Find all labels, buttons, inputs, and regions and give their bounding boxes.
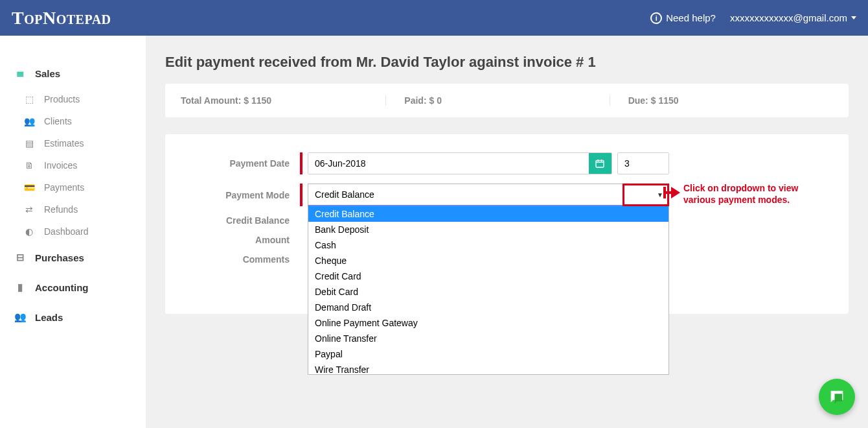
credit-balance-label: Credit Balance [183, 215, 300, 226]
calendar-icon [595, 158, 605, 169]
sidebar-item-leads[interactable]: 👥Leads [0, 302, 146, 332]
sidebar-item-label: Payments [44, 182, 84, 193]
payment-mode-option[interactable]: Credit Balance [308, 206, 668, 222]
payment-mode-select[interactable]: Credit Balance ▼ Credit BalanceBank Depo… [308, 184, 669, 206]
sidebar-item-clients[interactable]: 👥Clients [0, 110, 146, 132]
payment-mode-option[interactable]: Credit Card [308, 268, 668, 284]
payment-mode-option[interactable]: Debit Card [308, 284, 668, 300]
payment-date-label: Payment Date [183, 158, 300, 169]
payment-mode-label: Payment Mode [183, 190, 300, 200]
payment-mode-option[interactable]: Online Payment Gateway [308, 315, 668, 331]
people-icon: 👥 [14, 311, 26, 323]
sidebar-item-invoices[interactable]: 🗎Invoices [0, 154, 146, 176]
swap-icon: ⇄ [23, 204, 35, 215]
layers-icon: ≣ [14, 67, 26, 79]
sidebar: ≣Sales⬚Products👥Clients▤Estimates🗎Invoic… [0, 36, 146, 428]
payment-mode-option[interactable]: Paypal [308, 346, 668, 362]
sidebar-item-dashboard[interactable]: ◐Dashboard [0, 220, 146, 243]
chevron-down-icon [851, 16, 856, 19]
sidebar-item-label: Dashboard [44, 226, 89, 237]
chat-icon [828, 388, 846, 406]
total-amount-label: Total Amount: [181, 95, 241, 106]
due-label: Due: [628, 95, 648, 106]
sidebar-item-label: Refunds [44, 204, 78, 215]
payment-mode-option[interactable]: Wire Transfer [308, 362, 668, 375]
payment-mode-option[interactable]: Demand Draft [308, 300, 668, 315]
sidebar-item-label: Leads [35, 312, 63, 323]
box-icon: ⬚ [23, 94, 35, 104]
annotation-arrow [663, 187, 680, 198]
comments-label: Comments [183, 254, 300, 265]
payment-mode-selected-text: Credit Balance [315, 189, 374, 200]
sidebar-item-label: Accounting [35, 282, 89, 293]
sidebar-item-estimates[interactable]: ▤Estimates [0, 132, 146, 154]
page-title: Edit payment received from Mr. David Tay… [165, 54, 849, 71]
user-menu[interactable]: xxxxxxxxxxxxx@gmail.com [730, 12, 856, 23]
summary-due: Due: $ 1150 [610, 95, 833, 106]
summary-total: Total Amount: $ 1150 [181, 95, 385, 106]
total-amount-value: $ 1150 [244, 95, 271, 106]
annotation-line1: Click on dropdown to view [683, 182, 798, 194]
payment-mode-option[interactable]: Online Transfer [308, 331, 668, 346]
aux-input-wrap [617, 152, 669, 174]
payment-form: Payment Date Payment Mode [165, 134, 849, 314]
user-email: xxxxxxxxxxxxx@gmail.com [730, 12, 847, 23]
sidebar-item-refunds[interactable]: ⇄Refunds [0, 198, 146, 220]
payment-mode-option[interactable]: Cheque [308, 253, 668, 268]
sidebar-item-label: Products [44, 94, 80, 104]
required-marker [300, 152, 303, 174]
required-marker [300, 184, 303, 206]
summary-card: Total Amount: $ 1150 Paid: $ 0 Due: $ 11… [165, 84, 849, 117]
help-icon: i [650, 12, 662, 24]
users-icon: 👥 [23, 116, 35, 126]
sidebar-item-label: Purchases [35, 252, 84, 263]
sidebar-item-label: Clients [44, 116, 72, 126]
annotation-line2: various payment modes. [683, 194, 798, 206]
help-label: Need help? [666, 12, 716, 23]
sidebar-item-purchases[interactable]: ⊟Purchases [0, 243, 146, 272]
minus-icon: ⊟ [14, 252, 26, 263]
svg-rect-0 [596, 160, 604, 167]
annotation-text: Click on dropdown to view various paymen… [683, 182, 798, 206]
sidebar-item-products[interactable]: ⬚Products [0, 88, 146, 110]
sidebar-item-label: Sales [35, 68, 60, 79]
sidebar-item-label: Invoices [44, 160, 77, 171]
aux-input[interactable] [618, 153, 668, 174]
row-payment-date: Payment Date [183, 152, 830, 174]
bars-icon: ▮ [14, 281, 26, 293]
due-value: $ 1150 [651, 95, 679, 106]
page-icon: 🗎 [23, 160, 35, 171]
summary-paid: Paid: $ 0 [385, 95, 609, 106]
sidebar-item-payments[interactable]: 💳Payments [0, 176, 146, 198]
topbar: TopNotepad i Need help? xxxxxxxxxxxxx@gm… [0, 0, 868, 36]
payment-mode-option[interactable]: Bank Deposit [308, 222, 668, 237]
payment-date-input[interactable] [308, 153, 589, 174]
paid-label: Paid: [404, 95, 426, 106]
sidebar-item-sales[interactable]: ≣Sales [0, 58, 146, 88]
brand-logo: TopNotepad [12, 8, 111, 29]
payment-mode-dropdown: Credit BalanceBank DepositCashChequeCred… [308, 206, 669, 375]
sidebar-item-accounting[interactable]: ▮Accounting [0, 272, 146, 302]
card-icon: 💳 [23, 182, 35, 193]
payment-date-input-wrap [308, 152, 612, 174]
topbar-right: i Need help? xxxxxxxxxxxxx@gmail.com [650, 12, 856, 24]
chevron-down-icon: ▼ [657, 191, 663, 198]
gauge-icon: ◐ [23, 226, 35, 237]
paid-value: $ 0 [429, 95, 442, 106]
chat-fab[interactable] [819, 379, 855, 415]
amount-label: Amount [183, 235, 300, 245]
calendar-button[interactable] [589, 153, 611, 174]
payment-mode-display[interactable]: Credit Balance ▼ [308, 184, 669, 206]
main-content: Edit payment received from Mr. David Tay… [146, 36, 868, 428]
help-link[interactable]: i Need help? [650, 12, 716, 24]
sidebar-item-label: Estimates [44, 138, 84, 149]
payment-mode-option[interactable]: Cash [308, 237, 668, 253]
file-icon: ▤ [23, 138, 35, 149]
